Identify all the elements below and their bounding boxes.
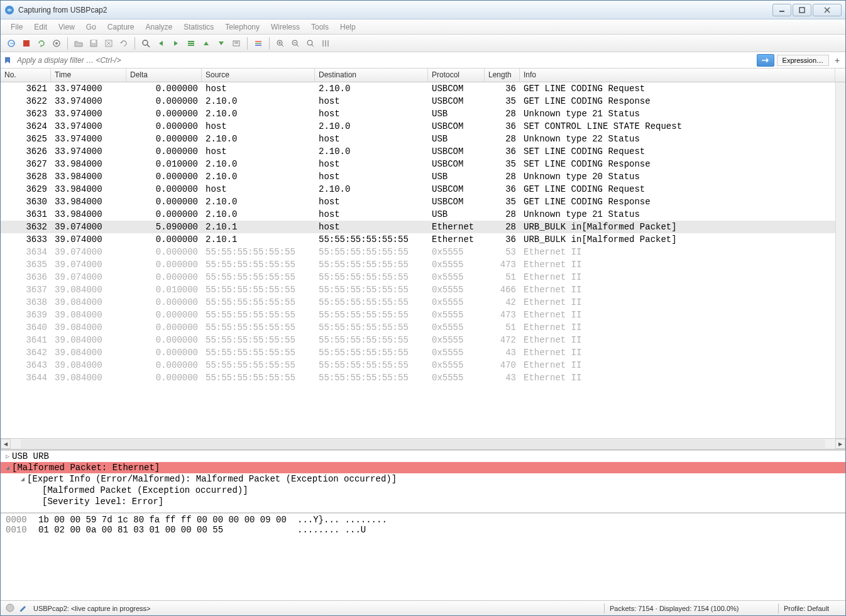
close-file-icon[interactable] bbox=[102, 36, 116, 50]
open-file-icon[interactable] bbox=[72, 36, 85, 50]
column-source[interactable]: Source bbox=[202, 69, 315, 82]
detail-row[interactable]: [Malformed Packet (Exception occurred)] bbox=[1, 485, 845, 496]
go-first-icon[interactable] bbox=[199, 36, 213, 50]
menu-go[interactable]: Go bbox=[81, 21, 101, 33]
packet-row[interactable]: 362233.9740000.0000002.10.0hostUSBCOM35G… bbox=[1, 95, 845, 107]
minimize-button[interactable] bbox=[772, 4, 791, 16]
detail-row[interactable]: [Severity level: Error] bbox=[1, 496, 845, 507]
tree-toggle-icon[interactable]: ▷ bbox=[3, 453, 12, 460]
bytes-row[interactable]: 00001b 00 00 59 7d 1c 80 fa ff ff 00 00 … bbox=[6, 515, 840, 525]
edit-capture-icon[interactable] bbox=[18, 603, 27, 613]
scroll-right-icon[interactable]: ▶ bbox=[835, 439, 845, 449]
go-to-packet-icon[interactable] bbox=[184, 36, 198, 50]
packet-row[interactable]: 363939.0840000.00000055:55:55:55:55:5555… bbox=[1, 309, 845, 321]
column-protocol[interactable]: Protocol bbox=[428, 69, 485, 82]
packet-row[interactable]: 362733.9840000.0100002.10.0hostUSBCOM35S… bbox=[1, 158, 845, 170]
tree-toggle-icon[interactable]: ◢ bbox=[3, 464, 12, 471]
packet-row[interactable]: 363133.9840000.0000002.10.0hostUSB28Unkn… bbox=[1, 208, 845, 221]
colorize-icon[interactable] bbox=[251, 36, 265, 50]
packet-row[interactable]: 362933.9840000.000000host2.10.0USBCOM36G… bbox=[1, 183, 845, 195]
column-length[interactable]: Length bbox=[485, 69, 520, 82]
detail-row[interactable]: ◢[Malformed Packet: Ethernet] bbox=[1, 462, 845, 473]
packet-row[interactable]: 363239.0740005.0900002.10.1hostEthernet2… bbox=[1, 221, 845, 233]
svg-point-31 bbox=[307, 40, 312, 45]
menu-view[interactable]: View bbox=[53, 21, 80, 33]
close-button[interactable] bbox=[813, 4, 842, 16]
packet-row[interactable]: 363539.0740000.00000055:55:55:55:55:5555… bbox=[1, 258, 845, 271]
find-packet-icon[interactable] bbox=[139, 36, 153, 50]
window-title: Capturing from USBPcap2 bbox=[18, 6, 772, 14]
packet-row[interactable]: 363439.0740000.00000055:55:55:55:55:5555… bbox=[1, 246, 845, 258]
go-last-icon[interactable] bbox=[214, 36, 228, 50]
svg-rect-17 bbox=[188, 45, 194, 46]
add-filter-button[interactable]: + bbox=[832, 55, 843, 65]
packet-row[interactable]: 362533.9740000.0000002.10.0hostUSB28Unkn… bbox=[1, 133, 845, 145]
svg-line-30 bbox=[297, 45, 299, 47]
capture-options-icon[interactable] bbox=[50, 36, 63, 50]
menu-file[interactable]: File bbox=[6, 21, 28, 33]
apply-filter-button[interactable] bbox=[757, 54, 774, 67]
zoom-in-icon[interactable] bbox=[273, 36, 287, 50]
packet-row[interactable]: 362133.9740000.000000host2.10.0USBCOM36G… bbox=[1, 82, 845, 95]
packet-list[interactable]: 362133.9740000.000000host2.10.0USBCOM36G… bbox=[1, 82, 845, 438]
svg-point-7 bbox=[55, 42, 58, 45]
auto-scroll-icon[interactable] bbox=[229, 36, 243, 50]
column-time[interactable]: Time bbox=[51, 69, 126, 82]
bookmark-icon[interactable] bbox=[3, 56, 12, 65]
menu-wireless[interactable]: Wireless bbox=[266, 21, 305, 33]
restart-capture-icon[interactable] bbox=[35, 36, 48, 50]
packet-row[interactable]: 363839.0840000.00000055:55:55:55:55:5555… bbox=[1, 296, 845, 309]
packet-bytes-pane[interactable]: 00001b 00 00 59 7d 1c 80 fa ff ff 00 00 … bbox=[1, 512, 845, 600]
vertical-scrollbar[interactable] bbox=[835, 82, 845, 438]
bytes-row[interactable]: 001001 02 00 0a 00 81 03 01 00 00 00 55.… bbox=[6, 525, 840, 535]
start-capture-icon[interactable] bbox=[4, 36, 18, 50]
packet-row[interactable]: 363339.0740000.0000002.10.155:55:55:55:5… bbox=[1, 233, 845, 246]
menu-telephony[interactable]: Telephony bbox=[220, 21, 265, 33]
column-no[interactable]: No. bbox=[1, 69, 51, 82]
resize-columns-icon[interactable] bbox=[319, 36, 332, 50]
detail-row[interactable]: ▷USB URB bbox=[1, 451, 845, 462]
status-capture: USBPcap2: <live capture in progress> bbox=[33, 605, 599, 612]
status-profile[interactable]: Profile: Default bbox=[784, 605, 840, 612]
svg-point-36 bbox=[6, 604, 14, 612]
svg-rect-22 bbox=[255, 43, 261, 44]
maximize-button[interactable] bbox=[793, 4, 811, 16]
go-back-icon[interactable] bbox=[154, 36, 168, 50]
packet-row[interactable]: 362433.9740000.000000host2.10.0USBCOM36S… bbox=[1, 120, 845, 133]
save-file-icon[interactable] bbox=[87, 36, 101, 50]
reload-icon[interactable] bbox=[117, 36, 131, 50]
menu-statistics[interactable]: Statistics bbox=[179, 21, 219, 33]
packet-row[interactable]: 364339.0840000.00000055:55:55:55:55:5555… bbox=[1, 359, 845, 371]
packet-row[interactable]: 364439.0840000.00000055:55:55:55:55:5555… bbox=[1, 371, 845, 384]
tree-toggle-icon[interactable]: ◢ bbox=[18, 475, 27, 483]
menu-help[interactable]: Help bbox=[335, 21, 361, 33]
go-forward-icon[interactable] bbox=[169, 36, 183, 50]
expression-button[interactable]: Expression… bbox=[777, 55, 829, 66]
column-info[interactable]: Info bbox=[520, 69, 835, 82]
packet-row[interactable]: 364139.0840000.00000055:55:55:55:55:5555… bbox=[1, 334, 845, 346]
column-delta[interactable]: Delta bbox=[126, 69, 202, 82]
menu-analyze[interactable]: Analyze bbox=[141, 21, 178, 33]
column-destination[interactable]: Destination bbox=[315, 69, 428, 82]
expert-info-icon[interactable] bbox=[6, 603, 14, 613]
zoom-out-icon[interactable] bbox=[288, 36, 302, 50]
packet-row[interactable]: 363739.0840000.01000055:55:55:55:55:5555… bbox=[1, 283, 845, 296]
menu-tools[interactable]: Tools bbox=[306, 21, 334, 33]
display-filter-input[interactable] bbox=[14, 55, 754, 66]
menu-capture[interactable]: Capture bbox=[102, 21, 140, 33]
packet-row[interactable]: 364039.0840000.00000055:55:55:55:55:5555… bbox=[1, 321, 845, 334]
packet-row[interactable]: 362333.9740000.0000002.10.0hostUSB28Unkn… bbox=[1, 107, 845, 120]
packet-row[interactable]: 362633.9740000.000000host2.10.0USBCOM36S… bbox=[1, 145, 845, 158]
packet-row[interactable]: 362833.9840000.0000002.10.0hostUSB28Unkn… bbox=[1, 170, 845, 183]
packet-row[interactable]: 363033.9840000.0000002.10.0hostUSBCOM35G… bbox=[1, 195, 845, 208]
packet-row[interactable]: 364239.0840000.00000055:55:55:55:55:5555… bbox=[1, 346, 845, 359]
menu-edit[interactable]: Edit bbox=[29, 21, 52, 33]
scroll-left-icon[interactable]: ◀ bbox=[1, 439, 11, 449]
horizontal-scrollbar[interactable]: ◀ ▶ bbox=[1, 438, 845, 449]
titlebar[interactable]: Capturing from USBPcap2 bbox=[1, 1, 845, 19]
packet-details-pane[interactable]: ▷USB URB◢[Malformed Packet: Ethernet]◢[E… bbox=[1, 449, 845, 512]
packet-row[interactable]: 363639.0740000.00000055:55:55:55:55:5555… bbox=[1, 271, 845, 283]
zoom-reset-icon[interactable] bbox=[304, 36, 317, 50]
stop-capture-icon[interactable] bbox=[19, 36, 33, 50]
detail-row[interactable]: ◢[Expert Info (Error/Malformed): Malform… bbox=[1, 473, 845, 485]
